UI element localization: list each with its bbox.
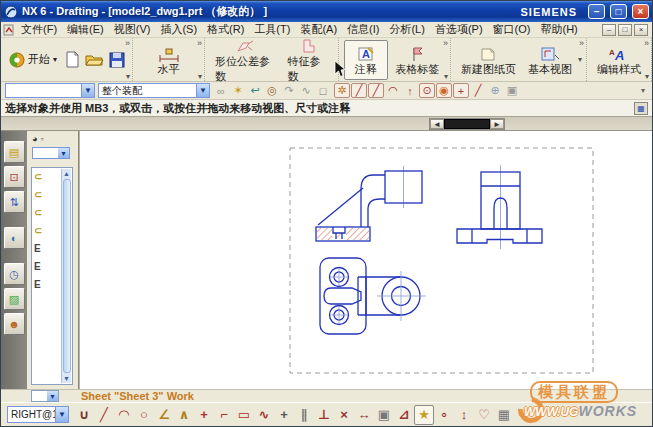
panel-list-item[interactable]: ⊂ [34, 171, 42, 182]
tab-reuse-library[interactable]: ◐ [4, 227, 25, 249]
tab-history[interactable]: ◷ [4, 263, 25, 285]
point-icon[interactable]: + [274, 405, 294, 425]
mdi-restore-button[interactable]: □ [618, 24, 632, 36]
wand-icon[interactable]: ★ [414, 405, 434, 425]
update-dim-icon[interactable]: ↕ [454, 405, 474, 425]
highlight-star-icon[interactable]: ✶ [230, 83, 246, 98]
menu-item[interactable]: 分析(L) [384, 22, 429, 37]
snap-line-icon[interactable]: ╱ [470, 83, 486, 98]
panel-stub-caret-icon[interactable]: ▼ [47, 391, 58, 401]
base-view-button[interactable]: 基本视图 [522, 40, 578, 80]
menu-item[interactable]: 首选项(P) [430, 22, 488, 37]
rectangle-icon[interactable]: ▭ [234, 405, 254, 425]
maximize-button[interactable]: □ [610, 4, 627, 19]
menu-item[interactable]: 插入(S) [155, 22, 202, 37]
trim-icon[interactable]: × [334, 405, 354, 425]
horizontal-dimension-button[interactable]: 水平 [147, 40, 191, 80]
tab-constraint-navigator[interactable]: ⊡ [4, 166, 25, 188]
view-selector-combo[interactable]: RIGHT@1 ▼ [7, 406, 69, 423]
menu-item[interactable]: 信息(I) [342, 22, 384, 37]
panel-scroll-down-icon[interactable]: ▼ [63, 374, 70, 383]
mdi-minimize-button[interactable]: – [602, 24, 616, 36]
overflow-chevron[interactable]: » [443, 39, 448, 47]
fillet-icon[interactable]: ∠ [154, 405, 174, 425]
snap-intersection-icon[interactable]: + [453, 83, 469, 98]
panel-list[interactable]: ⊂⊂⊂⊂EEE ▲ ▼ [31, 167, 73, 385]
selection-scope-caret-icon[interactable]: ▼ [196, 84, 209, 97]
dialog-rail-icon[interactable]: ▦ [634, 102, 648, 115]
profile-icon[interactable]: ∪ [74, 405, 94, 425]
type-filter-combo[interactable]: ▼ [5, 83, 95, 98]
scroll-left-icon[interactable]: ◄ [430, 119, 444, 129]
undo-arrow-icon[interactable]: ↩ [247, 83, 263, 98]
perpendicular-constraint-icon[interactable]: ⊥ [314, 405, 334, 425]
snap-rotate-icon[interactable]: ⊕ [487, 83, 503, 98]
start-button[interactable]: 开始 ▾ [5, 50, 61, 70]
type-filter-caret-icon[interactable]: ▼ [81, 84, 94, 97]
layout-icon[interactable]: ▦ [494, 405, 514, 425]
extend-icon[interactable]: ↔ [354, 405, 374, 425]
table-label-button[interactable]: 表格标签 [389, 40, 445, 80]
overflow-chevron[interactable]: » [644, 39, 649, 47]
new-sheet-button[interactable]: 新建图纸页 [455, 40, 522, 80]
point-on-curve-icon[interactable]: + [194, 405, 214, 425]
close-button[interactable]: × [632, 4, 649, 19]
snap-endpoint-icon[interactable]: ╱ [351, 83, 367, 98]
overflow-chevron[interactable]: » [579, 39, 584, 47]
parallel-constraint-icon[interactable]: ∥ [294, 405, 314, 425]
gdt-parameters-button[interactable]: 形位公差参数 [209, 32, 282, 87]
menu-item[interactable]: 帮助(H) [535, 22, 582, 37]
tab-palette[interactable]: ▨ [4, 288, 25, 310]
overflow-chevron[interactable]: » [125, 39, 130, 47]
snap-solid-icon[interactable]: ▣ [504, 83, 520, 98]
minimize-button[interactable]: – [588, 4, 605, 19]
selection-scope-combo[interactable]: 整个装配 ▼ [98, 83, 210, 98]
tab-part-navigator[interactable]: ⇅ [4, 191, 25, 213]
panel-list-item[interactable]: E [34, 243, 42, 254]
tab-roles[interactable]: ☻ [4, 313, 25, 335]
snap-quadrant-icon[interactable]: ◉ [436, 83, 452, 98]
panel-list-item[interactable]: ⊂ [34, 225, 42, 236]
arc-icon[interactable]: ◠ [114, 405, 134, 425]
snap-curve-icon[interactable]: ◠ [385, 83, 401, 98]
panel-scrollbar[interactable]: ▲ ▼ [61, 169, 71, 383]
annotation-button[interactable]: A 注释 [344, 40, 388, 80]
menu-item[interactable]: 窗口(O) [488, 22, 536, 37]
blob-icon[interactable]: ♡ [474, 405, 494, 425]
marquee-icon[interactable]: □ [315, 83, 331, 98]
feature-parameters-button[interactable]: 特征参数 [282, 32, 334, 87]
panel-list-item[interactable]: E [34, 261, 42, 272]
panel-mini-combo[interactable]: ▼ [32, 147, 70, 159]
link-icon[interactable]: ∞ [213, 83, 229, 98]
snap-arrow-icon[interactable]: ↑ [402, 83, 418, 98]
graphics-window[interactable] [79, 131, 652, 389]
snap-midpoint-icon[interactable]: ╱ [368, 83, 384, 98]
panel-combo-caret-icon[interactable]: ▼ [58, 148, 69, 158]
wave-icon[interactable]: ∿ [298, 83, 314, 98]
edit-style-button[interactable]: A A 编辑样式 [591, 40, 647, 80]
rotate-curve-icon[interactable]: ↷ [281, 83, 297, 98]
new-file-icon[interactable] [65, 51, 80, 68]
front-view[interactable] [316, 166, 422, 241]
panel-scroll-up-icon[interactable]: ▲ [63, 169, 70, 178]
selbar-overflow-caret[interactable]: ▾ [641, 86, 648, 95]
offset-icon[interactable]: ∘ [434, 405, 454, 425]
mdi-close-button[interactable]: × [634, 24, 648, 36]
panel-scroll-thumb[interactable] [63, 179, 71, 373]
pin-icon[interactable]: ▫ [40, 134, 43, 144]
more-caret[interactable]: ▾ [126, 73, 130, 81]
scroll-thumb[interactable] [444, 119, 490, 129]
circle-icon[interactable]: ○ [134, 405, 154, 425]
more-caret[interactable]: ▾ [198, 73, 202, 81]
tab-assembly-navigator[interactable]: ▤ [4, 141, 25, 163]
panel-list-item[interactable]: ⊂ [34, 207, 42, 218]
menu-item[interactable]: 文件(F) [16, 22, 62, 37]
side-view[interactable] [457, 165, 542, 249]
scroll-right-icon[interactable]: ► [490, 119, 504, 129]
view-selector-caret-icon[interactable]: ▼ [55, 407, 68, 422]
overflow-chevron[interactable]: » [197, 39, 202, 47]
studio-spline-icon[interactable]: ∿ [254, 405, 274, 425]
snap-center-icon[interactable]: ⊙ [419, 83, 435, 98]
base-view-caret-icon[interactable]: ▾ [578, 55, 582, 64]
triangle-constraint-icon[interactable]: ⊿ [394, 405, 414, 425]
